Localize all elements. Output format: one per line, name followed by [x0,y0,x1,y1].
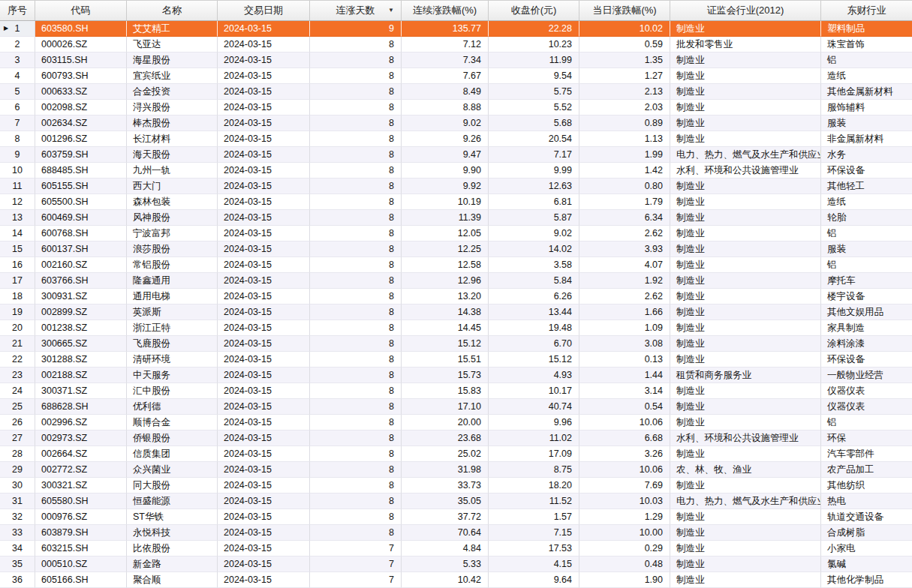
cell-value: 0.48 [645,559,663,569]
table-row[interactable]: ▶1603580.SH艾艾精工2024-03-159135.7722.2810.… [0,21,912,37]
cell-streak-change-pct: 7.12 [402,37,489,52]
cell-value: 10.02 [640,23,663,34]
cell-value: 600768.SH [41,228,89,238]
cell-streak-change-pct: 14.38 [402,304,489,320]
cell-value: 9 [15,149,20,160]
cell-close-price: 5.87 [489,210,579,226]
table-row[interactable]: 26002996.SZ顺博合金2024-03-15820.009.9610.06… [0,415,912,430]
table-row[interactable]: 27002973.SZ侨银股份2024-03-15823.6811.026.68… [0,430,912,446]
table-row[interactable]: 17603766.SH隆鑫通用2024-03-15812.965.841.92制… [0,273,912,289]
column-header-trade-date[interactable]: 交易日期 [218,1,310,20]
table-row[interactable]: 11605155.SH西大门2024-03-1589.9212.630.80制造… [0,178,912,194]
table-row[interactable]: 10688485.SH九州一轨2024-03-1589.909.991.42水利… [0,163,912,178]
cell-name: 英派斯 [127,304,218,320]
table-row[interactable]: 9603759.SH海天股份2024-03-1589.477.171.99电力、… [0,147,912,163]
cell-name: 浙江正特 [127,320,218,336]
table-row[interactable]: 4600793.SH宜宾纸业2024-03-1587.679.541.27制造业… [0,68,912,84]
table-row[interactable]: 32000976.SZST华铁2024-03-15837.721.571.29制… [0,509,912,525]
table-row[interactable]: 33603879.SH永悦科技2024-03-15870.647.1510.00… [0,525,912,541]
cell-trade-date: 2024-03-15 [218,572,310,588]
cell-em-industry: 轮胎 [821,210,912,226]
cell-value: 8 [389,464,394,475]
cell-daily-change-pct: 0.29 [579,541,670,556]
column-header-em-industry[interactable]: 东财行业 [821,1,912,20]
cell-value: 小家电 [827,542,856,555]
cell-value: 25.02 [458,448,481,459]
cell-value: 2 [15,39,20,50]
table-row[interactable]: 5000633.SZ合金投资2024-03-1588.495.752.13制造业… [0,84,912,100]
cell-value: 605500.SH [41,196,89,207]
table-row[interactable]: 21300665.SZ飞鹿股份2024-03-15815.126.703.08制… [0,336,912,352]
table-row[interactable]: 6002098.SZ浔兴股份2024-03-1588.885.522.03制造业… [0,100,912,116]
cell-daily-change-pct: 10.06 [579,462,670,478]
table-row[interactable]: 14600768.SH宁波富邦2024-03-15812.059.022.62制… [0,226,912,242]
table-row[interactable]: 16002160.SZ常铝股份2024-03-15812.583.584.07制… [0,257,912,273]
cell-value: 5.87 [554,212,572,223]
table-row[interactable]: 23002188.SZ中天服务2024-03-15815.734.931.44租… [0,368,912,383]
cell-name: 飞鹿股份 [127,336,218,352]
table-row[interactable]: 25688628.SH优利德2024-03-15817.1040.740.54制… [0,399,912,415]
column-header-csrc-industry[interactable]: 证监会行业(2012) [670,1,821,20]
cell-index: 34 [0,541,35,556]
cell-streak-days: 8 [310,320,402,336]
table-row[interactable]: 15600137.SH浪莎股份2024-03-15812.2514.023.93… [0,242,912,257]
cell-value: 制造业 [676,479,705,492]
cell-code: 002664.SZ [35,446,127,462]
cell-close-price: 7.15 [489,525,579,541]
table-row[interactable]: 3603115.SH海星股份2024-03-1587.3411.991.35制造… [0,52,912,68]
cell-value: 2024-03-15 [224,291,272,302]
cell-value: 8 [389,527,394,538]
cell-value: 22.28 [549,23,572,34]
column-header-name[interactable]: 名称 [127,1,218,20]
cell-value: 制造业 [676,542,705,555]
cell-value: 15.73 [458,370,481,380]
table-row[interactable]: 24300371.SZ汇中股份2024-03-15815.8310.173.14… [0,383,912,399]
table-row[interactable]: 30300321.SZ同大股份2024-03-15833.7318.207.69… [0,478,912,494]
table-row[interactable]: 13600469.SH风神股份2024-03-15811.395.876.34制… [0,210,912,226]
column-header-code[interactable]: 代码 [35,1,127,20]
cell-value: 1.27 [645,70,663,81]
table-row[interactable]: 28002664.SZ信质集团2024-03-15825.0217.093.26… [0,446,912,462]
cell-value: 环保设备 [827,353,865,366]
table-row[interactable]: 20001238.SZ浙江正特2024-03-15814.4519.481.09… [0,320,912,336]
cell-value: 002772.SZ [41,464,87,475]
table-row[interactable]: 8001296.SZ长江材料2024-03-1589.2620.541.13制造… [0,131,912,147]
cell-value: 8 [389,275,394,286]
column-header-close-price[interactable]: 收盘价(元) [489,1,579,20]
table-row[interactable]: 31605580.SH恒盛能源2024-03-15835.0511.5210.0… [0,494,912,509]
cell-daily-change-pct: 6.34 [579,210,670,226]
cell-value: 7 [389,574,394,585]
table-row[interactable]: 35000510.SZ新金路2024-03-1575.334.150.48制造业… [0,556,912,572]
table-row[interactable]: 19002899.SZ英派斯2024-03-15814.3813.441.66制… [0,304,912,320]
cell-streak-days: 8 [310,68,402,84]
column-header-daily-change-pct[interactable]: 当日涨跌幅(%) [579,1,670,20]
column-header-streak-days[interactable]: 连涨天数▼ [310,1,402,20]
cell-csrc-industry: 水利、环境和公共设施管理业 [670,430,821,446]
cell-trade-date: 2024-03-15 [218,446,310,462]
table-row[interactable]: 29002772.SZ众兴菌业2024-03-15831.988.7510.06… [0,462,912,478]
cell-trade-date: 2024-03-15 [218,52,310,68]
cell-value: 9.02 [463,118,481,128]
cell-value: 603580.SH [41,23,89,34]
table-row[interactable]: 22301288.SZ清研环境2024-03-15815.5115.120.13… [0,352,912,368]
table-row[interactable]: 2000026.SZ飞亚达2024-03-1587.1210.230.59批发和… [0,37,912,52]
cell-index: 27 [0,430,35,446]
cell-value: 7 [389,543,394,554]
cell-value: 制造业 [676,574,705,586]
cell-value: 2024-03-15 [224,401,272,412]
column-header-streak-change-pct[interactable]: 连续涨跌幅(%) [402,1,489,20]
filter-dropdown-icon[interactable]: ▼ [388,8,394,14]
cell-close-price: 3.58 [489,257,579,273]
table-row[interactable]: 7002634.SZ棒杰股份2024-03-1589.025.680.89制造业… [0,116,912,131]
table-row[interactable]: 12605500.SH森林包装2024-03-15810.196.811.79制… [0,194,912,210]
cell-daily-change-pct: 2.13 [579,84,670,100]
table-row[interactable]: 36605166.SH聚合顺2024-03-15710.429.641.90制造… [0,572,912,588]
cell-index: 31 [0,494,35,509]
cell-streak-days: 8 [310,226,402,242]
table-row[interactable]: 18300931.SZ通用电梯2024-03-15813.206.262.62制… [0,289,912,304]
cell-code: 002996.SZ [35,415,127,430]
table-row[interactable]: 34603215.SH比依股份2024-03-1574.8417.530.29制… [0,541,912,556]
column-header-index[interactable]: 序号 [0,1,35,20]
cell-daily-change-pct: 1.79 [579,194,670,210]
cell-value: 37.72 [458,512,481,522]
